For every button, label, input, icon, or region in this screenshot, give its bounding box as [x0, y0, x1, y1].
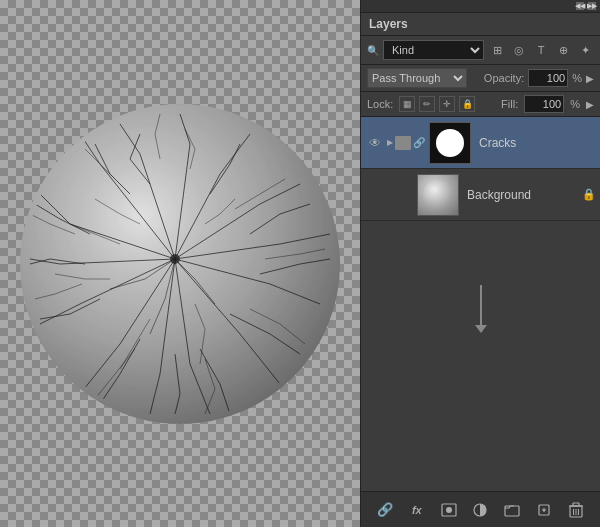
lock-brush-btn[interactable]: ✏	[419, 96, 435, 112]
fill-input[interactable]	[524, 95, 564, 113]
panel-title: Layers	[369, 17, 408, 31]
panel-arrow: ▶	[586, 73, 594, 84]
panel-header: Layers	[361, 13, 600, 36]
lock-transparent-btn[interactable]: ▦	[399, 96, 415, 112]
layers-toolbar: 🔗 fx	[361, 491, 600, 527]
white-circle	[436, 129, 464, 157]
fx-btn[interactable]: fx	[406, 499, 428, 521]
lock-row: Lock: ▦ ✏ ✛ 🔒 Fill: % ▶	[361, 92, 600, 117]
layer-thumb-photo	[418, 174, 458, 216]
expand-arrow-cracks[interactable]: ▶	[387, 138, 393, 147]
opacity-percent: %	[572, 72, 582, 84]
layers-panel: ◀◀ ▶▶ Layers 🔍 Kind ⊞ ◎ T ⊕ ✦ Pass Throu…	[360, 0, 600, 527]
kind-select[interactable]: Kind	[383, 40, 484, 60]
fill-arrow: ▶	[586, 99, 594, 110]
eye-icon-cracks[interactable]: 👁	[367, 135, 383, 151]
add-mask-btn[interactable]	[438, 499, 460, 521]
link-layers-btn[interactable]: 🔗	[374, 499, 396, 521]
blend-row: Pass Through Normal Dissolve Multiply Sc…	[361, 65, 600, 92]
eye-placeholder-background	[367, 187, 383, 203]
folder-icon-cracks	[395, 136, 411, 150]
sphere-container	[20, 104, 340, 424]
opacity-input[interactable]	[528, 69, 568, 87]
collapse-left-btn[interactable]: ◀◀	[576, 2, 584, 10]
svg-rect-11	[573, 503, 579, 506]
canvas-area	[0, 0, 360, 527]
mode-icon-btn[interactable]: ◎	[510, 41, 528, 59]
opacity-label: Opacity:	[484, 72, 524, 84]
panel-collapse-bar: ◀◀ ▶▶	[361, 0, 600, 13]
cracks-svg	[20, 104, 340, 424]
new-adjustment-btn[interactable]	[469, 499, 491, 521]
svg-point-1	[170, 254, 180, 264]
sphere-image	[20, 104, 340, 424]
lock-move-btn[interactable]: ✛	[439, 96, 455, 112]
layer-name-cracks: Cracks	[475, 136, 594, 150]
photo-sphere	[423, 180, 453, 210]
search-bar: 🔍 Kind ⊞ ◎ T ⊕ ✦	[361, 36, 600, 65]
filter-icon-btn[interactable]: ⊞	[488, 41, 506, 59]
layer-thumb-background	[417, 174, 459, 216]
layer-thumb-cracks	[429, 122, 471, 164]
type-icon-btn[interactable]: T	[532, 41, 550, 59]
settings-icon-btn[interactable]: ✦	[576, 41, 594, 59]
search-icon: 🔍	[367, 45, 379, 56]
layers-list: 👁 ▶ 🔗 Cracks Background 🔒	[361, 117, 600, 491]
layer-lock-icon-background: 🔒	[582, 188, 594, 202]
chain-icon-cracks: 🔗	[413, 137, 425, 148]
lock-all-btn[interactable]: 🔒	[459, 96, 475, 112]
blend-mode-select[interactable]: Pass Through Normal Dissolve Multiply Sc…	[367, 68, 467, 88]
delete-layer-btn[interactable]	[565, 499, 587, 521]
arrow-indicator	[475, 285, 487, 333]
collapse-right-btn[interactable]: ▶▶	[588, 2, 596, 10]
layer-icons-cracks: ▶ 🔗	[387, 136, 425, 150]
layer-item-background[interactable]: Background 🔒	[361, 169, 600, 221]
new-layer-btn[interactable]	[533, 499, 555, 521]
fill-label: Fill:	[501, 98, 518, 110]
fill-percent: %	[570, 98, 580, 110]
svg-point-3	[446, 507, 452, 513]
lock-icons: ▦ ✏ ✛ 🔒	[399, 96, 475, 112]
channel-icon-btn[interactable]: ⊕	[554, 41, 572, 59]
layer-item-cracks[interactable]: 👁 ▶ 🔗 Cracks	[361, 117, 600, 169]
new-group-btn[interactable]	[501, 499, 523, 521]
lock-label: Lock:	[367, 98, 393, 110]
layer-name-background: Background	[463, 188, 578, 202]
